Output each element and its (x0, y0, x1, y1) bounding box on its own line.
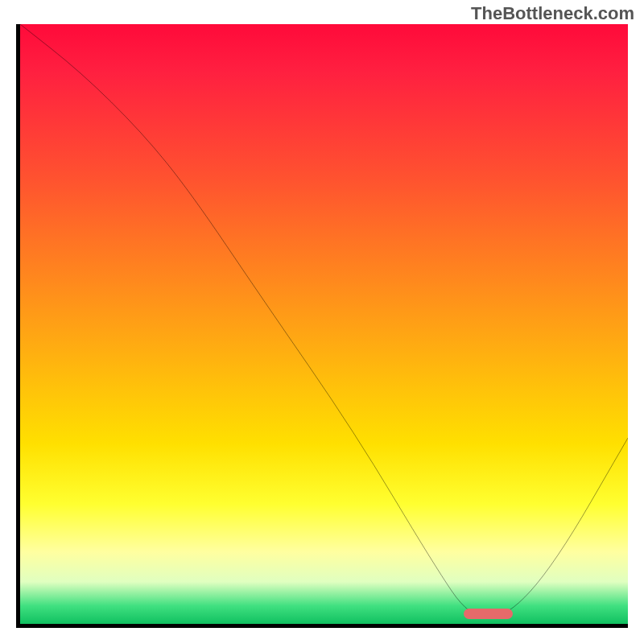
optimal-range-marker (464, 609, 512, 619)
bottleneck-curve (20, 24, 628, 618)
watermark-text: TheBottleneck.com (471, 3, 634, 24)
curve-svg (20, 24, 628, 624)
plot-area (16, 24, 628, 628)
chart-container: TheBottleneck.com (0, 0, 644, 644)
